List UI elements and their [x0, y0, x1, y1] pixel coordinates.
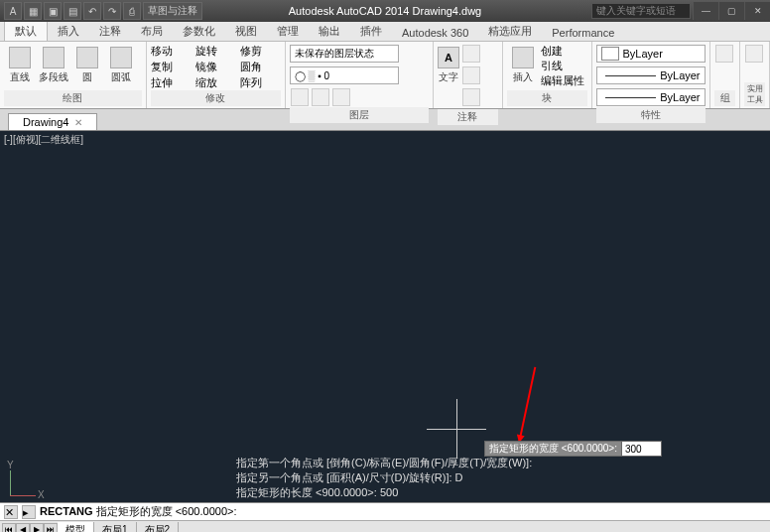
ribbon-tab[interactable]: 插入 — [48, 22, 89, 41]
polyline-button[interactable]: 多段线 — [38, 44, 69, 87]
maximize-button[interactable]: ▢ — [718, 2, 744, 20]
tab-nav-next-icon[interactable]: ▶ — [30, 523, 44, 533]
arc-button[interactable]: 圆弧 — [105, 44, 137, 87]
rotate-button[interactable]: 旋转 — [195, 44, 239, 59]
ribbon-tab[interactable]: 插件 — [350, 22, 392, 41]
group-icon[interactable] — [715, 45, 733, 63]
minimize-button[interactable]: — — [693, 2, 718, 20]
panel-group: 组 — [710, 42, 740, 108]
layer-tools — [290, 87, 351, 107]
layer-state-dropdown[interactable]: 未保存的图层状态 — [290, 45, 399, 63]
qat-undo-icon[interactable]: ↶ — [83, 2, 101, 20]
trim-button[interactable]: 修剪 — [240, 44, 284, 59]
annotation-arrow-icon — [518, 367, 537, 446]
ribbon-tab-strip: 默认 插入 注释 布局 参数化 视图 管理 输出 插件 Autodesk 360… — [0, 22, 770, 42]
ribbon: 直线 多段线 圆 圆弧 绘图 移动 旋转 修剪 复制 镜像 圆角 拉伸 缩放 阵… — [0, 42, 770, 109]
line-button[interactable]: 直线 — [4, 44, 36, 87]
leader-button[interactable]: 引线 — [541, 59, 584, 73]
qat-new-icon[interactable]: ▦ — [24, 2, 42, 20]
panel-title: 特性 — [596, 107, 706, 123]
app-title: Autodesk AutoCAD 2014 Drawing4.dwg — [289, 5, 481, 17]
ribbon-tab[interactable]: 布局 — [131, 22, 173, 41]
ribbon-tab[interactable]: 默认 — [4, 21, 48, 41]
layer-tool-icon[interactable] — [312, 88, 329, 106]
panel-modify: 移动 旋转 修剪 复制 镜像 圆角 拉伸 缩放 阵列 修改 — [147, 42, 286, 108]
color-swatch-icon — [601, 47, 619, 61]
polyline-icon — [43, 47, 64, 68]
ribbon-tab[interactable]: 注释 — [89, 22, 131, 41]
layer-tool-icon[interactable] — [332, 88, 350, 106]
qat-app-icon[interactable]: A — [4, 2, 22, 20]
array-button[interactable]: 阵列 — [240, 75, 284, 90]
scale-button[interactable]: 缩放 — [195, 75, 239, 90]
move-button[interactable]: 移动 — [151, 44, 194, 59]
qat-open-icon[interactable]: ▣ — [44, 2, 62, 20]
drawing-area[interactable]: [-][俯视][二维线框] 指定矩形的宽度 <600.0000>: YX 指定第… — [0, 131, 770, 502]
command-history-line: 指定另一个角点或 [面积(A)/尺寸(D)/旋转(R)]: D — [236, 470, 766, 485]
ribbon-tab[interactable]: 输出 — [309, 22, 350, 41]
qat-redo-icon[interactable]: ↷ — [103, 2, 121, 20]
dim-icon[interactable] — [462, 45, 480, 63]
ribbon-tab[interactable]: Performance — [542, 25, 624, 41]
command-history-line: 指定矩形的长度 <900.0000>: 500 — [236, 485, 766, 500]
ribbon-tab[interactable]: Autodesk 360 — [392, 25, 478, 41]
fillet-button[interactable]: 圆角 — [240, 60, 284, 74]
ribbon-tab[interactable]: 参数化 — [173, 22, 225, 41]
table-icon[interactable] — [462, 88, 480, 106]
close-button[interactable]: ✕ — [744, 2, 770, 20]
edit-attr-button[interactable]: 编辑属性 — [541, 73, 584, 88]
file-tab-label: Drawing4 — [23, 116, 68, 128]
window-controls: — ▢ ✕ — [693, 2, 770, 20]
layer-tool-icon[interactable] — [291, 88, 309, 106]
tab-nav-last-icon[interactable]: ⏭ — [44, 523, 58, 533]
layer-dropdown[interactable]: ◯ ░ ▪ 0 — [290, 66, 399, 84]
layout-tab[interactable]: 布局2 — [137, 522, 180, 533]
arc-icon — [110, 47, 132, 68]
circle-button[interactable]: 圆 — [71, 44, 103, 87]
mirror-button[interactable]: 镜像 — [195, 60, 239, 74]
command-close-icon[interactable]: ✕ — [4, 505, 18, 519]
panel-annotation: A文字 注释 — [434, 42, 503, 108]
command-history-line: 指定第一个角点或 [倒角(C)/标高(E)/圆角(F)/厚度(T)/宽度(W)]… — [236, 456, 766, 470]
ribbon-tab[interactable]: 精选应用 — [478, 22, 542, 41]
panel-title: 图层 — [290, 107, 430, 123]
close-tab-icon[interactable]: ✕ — [74, 117, 82, 128]
quick-access-toolbar: A ▦ ▣ ▤ ↶ ↷ ⎙ 草图与注释 — [0, 2, 206, 20]
panel-title: 绘图 — [4, 90, 142, 106]
lineweight-dropdown[interactable]: ByLayer — [596, 88, 706, 106]
tab-nav-prev-icon[interactable]: ◀ — [16, 523, 30, 533]
lineweight-icon — [605, 97, 657, 98]
qat-print-icon[interactable]: ⎙ — [123, 2, 141, 20]
file-tab[interactable]: Drawing4 ✕ — [8, 113, 97, 130]
color-dropdown[interactable]: ByLayer — [596, 45, 706, 63]
linetype-dropdown[interactable]: ByLayer — [596, 66, 706, 84]
workspace-dropdown[interactable]: 草图与注释 — [143, 2, 202, 20]
ribbon-tab[interactable]: 管理 — [267, 22, 309, 41]
ribbon-tab[interactable]: 视图 — [225, 22, 267, 41]
text-button[interactable]: A文字 — [438, 44, 459, 87]
text-icon: A — [438, 47, 459, 68]
layout-tab[interactable]: 布局1 — [94, 522, 137, 533]
circle-icon — [76, 47, 98, 68]
layout-tab-model[interactable]: 模型 — [58, 522, 94, 533]
help-search-input[interactable]: 键入关键字或短语 — [591, 3, 691, 19]
leader-icon[interactable] — [462, 66, 480, 84]
command-config-icon[interactable]: ▸ — [22, 505, 36, 519]
command-line[interactable]: ✕ ▸ RECTANG 指定矩形的宽度 <600.0000>: — [0, 502, 770, 520]
panel-title: 组 — [714, 90, 735, 106]
command-prompt: RECTANG 指定矩形的宽度 <600.0000>: — [40, 504, 236, 519]
crosshair-icon — [456, 399, 457, 459]
stretch-button[interactable]: 拉伸 — [151, 75, 194, 90]
viewport-label[interactable]: [-][俯视][二维线框] — [4, 133, 83, 147]
measure-icon[interactable] — [745, 45, 763, 63]
create-block-button[interactable]: 创建 — [541, 44, 584, 59]
insert-button[interactable]: 插入 — [507, 44, 539, 87]
panel-draw: 直线 多段线 圆 圆弧 绘图 — [0, 42, 147, 108]
copy-button[interactable]: 复制 — [151, 60, 194, 74]
tab-nav-first-icon[interactable]: ⏮ — [2, 523, 16, 533]
title-bar: A ▦ ▣ ▤ ↶ ↷ ⎙ 草图与注释 Autodesk AutoCAD 201… — [0, 0, 770, 22]
panel-layer: 未保存的图层状态 ◯ ░ ▪ 0 图层 — [286, 42, 435, 108]
qat-save-icon[interactable]: ▤ — [64, 2, 81, 20]
panel-title: 实用工具 — [744, 82, 765, 106]
insert-icon — [512, 47, 534, 68]
